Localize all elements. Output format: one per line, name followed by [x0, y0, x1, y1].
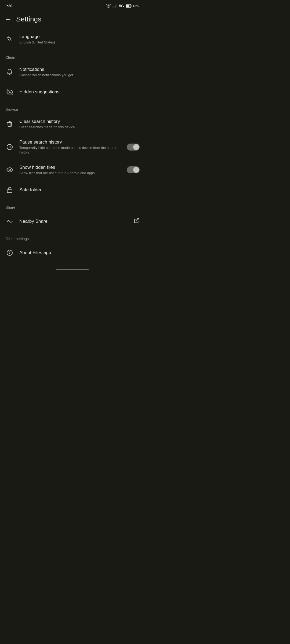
- svg-point-13: [7, 221, 8, 222]
- show-hidden-files-item[interactable]: Show hidden files Show files that are us…: [0, 160, 145, 180]
- clear-search-history-item[interactable]: Clear search history Clear searches made…: [0, 114, 145, 134]
- clean-section-label: Clean: [0, 50, 145, 62]
- safe-folder-item[interactable]: Safe folder: [0, 180, 145, 200]
- svg-point-14: [12, 221, 13, 222]
- svg-rect-2: [114, 6, 114, 8]
- about-files-app-content: About Files app: [19, 250, 140, 256]
- info-icon: [5, 250, 14, 256]
- other-settings-section-label: Other settings: [0, 231, 145, 243]
- hidden-suggestions-title: Hidden suggestions: [19, 89, 140, 95]
- battery-percent: 62%: [133, 4, 140, 8]
- trash-icon: [5, 121, 14, 127]
- notifications-subtitle: Choose which notifications you get: [19, 73, 140, 78]
- home-bar: [56, 269, 89, 270]
- pause-search-history-item[interactable]: Pause search history Temporarily hide se…: [0, 134, 145, 160]
- translate-icon: [5, 36, 14, 42]
- eye-off-icon: [5, 89, 14, 95]
- lock-icon: [5, 187, 14, 193]
- browse-section-label: Browse: [0, 102, 145, 114]
- nearby-share-content: Nearby Share: [19, 218, 128, 224]
- hidden-suggestions-content: Hidden suggestions: [19, 89, 140, 95]
- notifications-item[interactable]: Notifications Choose which notifications…: [0, 62, 145, 82]
- pause-search-history-content: Pause search history Temporarily hide se…: [19, 139, 121, 155]
- safe-folder-title: Safe folder: [19, 187, 140, 193]
- status-bar: 1:20 5G 62%: [0, 0, 145, 11]
- svg-rect-6: [131, 5, 131, 7]
- svg-point-11: [9, 169, 10, 171]
- show-hidden-files-content: Show hidden files Show files that are us…: [19, 164, 121, 175]
- eye-icon: [5, 167, 14, 173]
- show-hidden-files-title: Show hidden files: [19, 164, 121, 170]
- about-files-app-title: About Files app: [19, 250, 140, 256]
- back-button[interactable]: ←: [5, 15, 12, 23]
- about-files-app-item[interactable]: About Files app: [0, 243, 145, 262]
- nearby-share-item[interactable]: Nearby Share: [0, 212, 145, 231]
- notifications-content: Notifications Choose which notifications…: [19, 67, 140, 78]
- external-link-icon: [134, 218, 140, 225]
- safe-folder-content: Safe folder: [19, 187, 140, 193]
- svg-rect-3: [115, 5, 115, 8]
- clear-search-history-content: Clear search history Clear searches made…: [19, 119, 140, 130]
- network-label: 5G: [119, 4, 124, 8]
- pause-search-history-subtitle: Temporarily hide searches made on this d…: [19, 146, 121, 155]
- language-content: Language English (United States): [19, 34, 140, 45]
- pause-circle-icon: [5, 144, 14, 150]
- status-time: 1:20: [5, 4, 12, 8]
- svg-rect-12: [7, 190, 12, 193]
- hidden-suggestions-item[interactable]: Hidden suggestions: [0, 82, 145, 102]
- alarm-icon: [106, 3, 111, 8]
- svg-rect-1: [113, 6, 113, 8]
- share-section-label: Share: [0, 200, 145, 212]
- language-item[interactable]: Language English (United States): [0, 29, 145, 50]
- nearby-share-title: Nearby Share: [19, 218, 128, 224]
- battery-icon: [126, 4, 132, 8]
- svg-rect-7: [126, 5, 129, 7]
- pause-search-history-title: Pause search history: [19, 139, 121, 145]
- svg-point-8: [7, 144, 12, 150]
- language-title: Language: [19, 34, 140, 40]
- header: ← Settings: [0, 11, 145, 29]
- nearby-share-icon: [5, 218, 14, 225]
- show-hidden-files-toggle[interactable]: [127, 166, 140, 173]
- notifications-title: Notifications: [19, 67, 140, 72]
- pause-search-history-toggle[interactable]: [127, 144, 140, 151]
- language-subtitle: English (United States): [19, 40, 140, 45]
- bell-icon: [5, 69, 14, 75]
- svg-rect-4: [116, 4, 116, 8]
- status-right: 5G 62%: [106, 3, 140, 8]
- clear-search-history-subtitle: Clear searches made on this device: [19, 125, 140, 130]
- page-title: Settings: [16, 15, 41, 23]
- svg-line-15: [136, 218, 139, 221]
- show-hidden-files-subtitle: Show files that are used to run Android …: [19, 171, 121, 175]
- home-indicator: [0, 265, 145, 273]
- signal-icon: [113, 3, 117, 8]
- clear-search-history-title: Clear search history: [19, 119, 140, 125]
